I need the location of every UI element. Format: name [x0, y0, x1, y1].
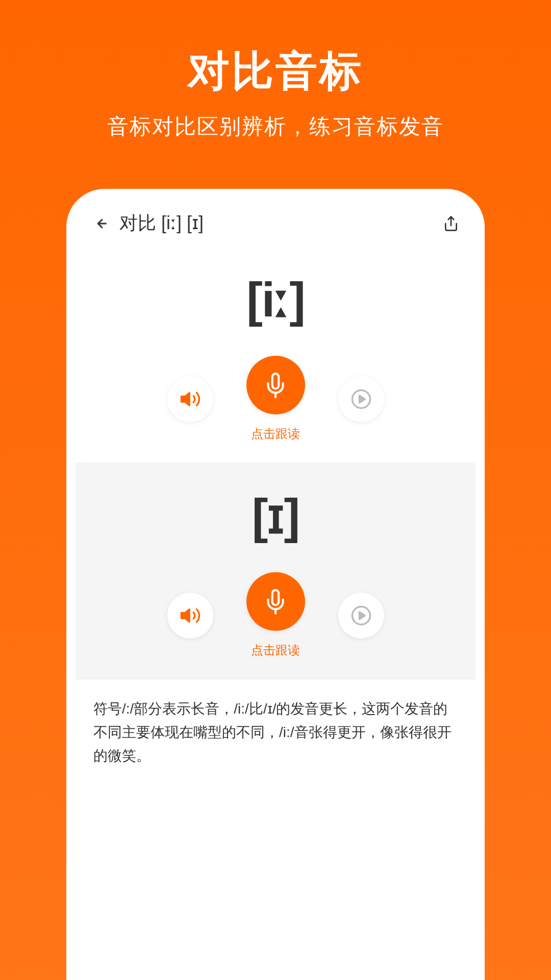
svg-marker-9 [359, 612, 365, 619]
microphone-button[interactable] [246, 572, 305, 631]
speaker-button[interactable] [167, 376, 213, 422]
play-button[interactable] [338, 593, 384, 639]
description-text: 符号/:/部分表示长音，/i:/比/ɪ/的发音更长，这两个发音的不同主要体现在嘴… [93, 697, 458, 768]
phone-screen: 对比 [iː] [ɪ] [iː] [76, 198, 475, 976]
svg-marker-2 [181, 393, 189, 405]
controls-row-1: 点击跟读 [167, 356, 384, 442]
description-section: 符号/:/部分表示长音，/i:/比/ɪ/的发音更长，这两个发音的不同主要体现在嘴… [76, 679, 475, 778]
record-container: 点击跟读 [246, 356, 305, 442]
promo-header: 对比音标 音标对比区别辨析，练习音标发音 [0, 0, 551, 141]
speaker-button[interactable] [167, 593, 213, 639]
controls-row-2: 点击跟读 [167, 572, 384, 658]
promo-title: 对比音标 [0, 43, 551, 100]
phoneme-card-1: [iː] [76, 246, 475, 462]
back-icon[interactable] [91, 214, 109, 233]
phoneme-section: [iː] [76, 246, 475, 976]
app-header: 对比 [iː] [ɪ] [76, 198, 475, 246]
microphone-button[interactable] [246, 356, 305, 414]
record-label-1: 点击跟读 [251, 426, 300, 442]
play-button[interactable] [338, 376, 384, 422]
phone-frame: 对比 [iː] [ɪ] [iː] [66, 189, 485, 980]
record-container: 点击跟读 [246, 572, 305, 658]
phoneme-symbol-1: [iː] [246, 272, 305, 328]
app-title: 对比 [iː] [ɪ] [119, 211, 442, 236]
record-label-2: 点击跟读 [251, 642, 300, 658]
phoneme-card-2: [ɪ] [76, 462, 475, 679]
share-icon[interactable] [442, 214, 460, 233]
svg-marker-5 [359, 396, 365, 403]
svg-marker-6 [181, 609, 189, 622]
promo-subtitle: 音标对比区别辨析，练习音标发音 [0, 112, 551, 141]
phoneme-symbol-2: [ɪ] [252, 488, 299, 544]
